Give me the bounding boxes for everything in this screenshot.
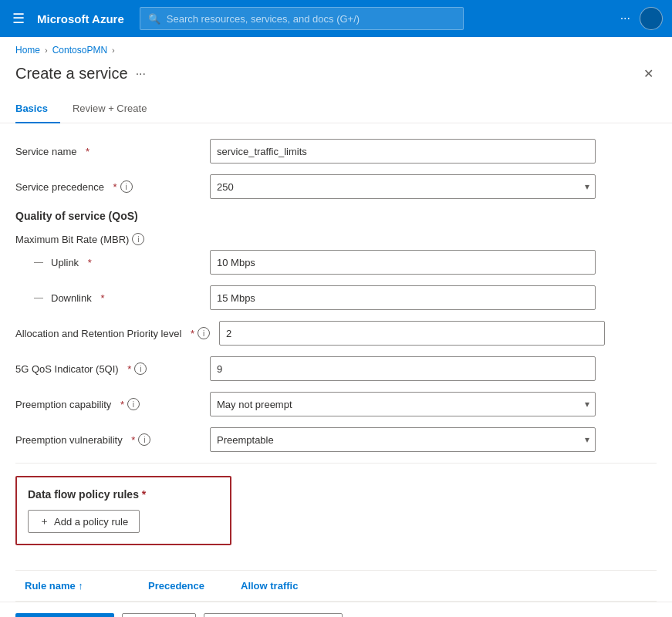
preemption-vuln-select-wrapper: Preemptable ▾ <box>210 427 596 452</box>
service-precedence-select[interactable]: 250 <box>210 174 596 199</box>
review-create-button[interactable]: Review + Create <box>15 613 114 617</box>
downlink-label: Downlink * <box>15 292 201 304</box>
table-header-rule-name[interactable]: Rule name ↑ <box>15 577 139 595</box>
panel-title-row: Create a service ··· <box>15 65 146 83</box>
search-icon: 🔍 <box>148 13 160 25</box>
preemption-cap-row: Preemption capability * i May not preemp… <box>15 392 657 416</box>
add-policy-rule-button[interactable]: ＋ Add a policy rule <box>28 510 140 533</box>
preemption-cap-select[interactable]: May not preempt <box>210 392 596 416</box>
tab-review-create[interactable]: Review + Create <box>60 96 159 123</box>
breadcrumb: Home › ContosoPMN › <box>0 37 672 59</box>
search-input[interactable] <box>167 13 455 25</box>
qos5g-row: 5G QoS Indicator (5QI) * i <box>15 356 657 381</box>
service-precedence-row: Service precedence * i 250 ▾ <box>15 174 657 199</box>
preemption-cap-select-wrapper: May not preempt ▾ <box>210 392 596 416</box>
preemption-cap-label: Preemption capability * i <box>15 398 201 410</box>
service-name-label: Service name * <box>15 146 201 157</box>
table-header-row: Rule name ↑ Precedence Allow traffic <box>15 571 657 602</box>
service-precedence-select-wrapper: 250 ▾ <box>210 174 596 199</box>
table-header-allow-traffic[interactable]: Allow traffic <box>231 577 355 595</box>
main-panel: Home › ContosoPMN › Create a service ···… <box>0 37 672 617</box>
service-name-row: Service name * <box>15 139 657 164</box>
preemption-vuln-info-icon[interactable]: i <box>138 433 150 446</box>
search-box[interactable]: 🔍 <box>140 7 464 30</box>
brand-logo: Microsoft Azure <box>37 12 124 25</box>
preemption-vuln-row: Preemption vulnerability * i Preemptable… <box>15 427 657 452</box>
tab-bar: Basics Review + Create <box>0 96 672 123</box>
plus-icon: ＋ <box>39 514 49 528</box>
uplink-row: Uplink * <box>15 250 657 275</box>
panel-ellipsis-icon[interactable]: ··· <box>136 67 146 81</box>
breadcrumb-sep-2: › <box>112 46 115 55</box>
mbr-label: Maximum Bit Rate (MBR) i <box>15 233 201 245</box>
bottom-bar: Review + Create < Previous Next : Review… <box>0 602 672 617</box>
preemption-vuln-select[interactable]: Preemptable <box>210 427 596 452</box>
arp-info-icon[interactable]: i <box>198 327 210 339</box>
mbr-row: Maximum Bit Rate (MBR) i <box>15 233 657 245</box>
uplink-label: Uplink * <box>15 257 201 268</box>
ellipsis-icon[interactable]: ··· <box>620 12 630 25</box>
service-precedence-label: Service precedence * i <box>15 180 201 193</box>
service-precedence-info-icon[interactable]: i <box>120 180 133 193</box>
arp-row: Allocation and Retention Priority level … <box>15 321 657 346</box>
downlink-input[interactable] <box>210 285 596 310</box>
form-area: Service name * Service precedence * i 25… <box>0 123 672 602</box>
policy-rules-table: Rule name ↑ Precedence Allow traffic <box>15 570 657 602</box>
qos5g-label: 5G QoS Indicator (5QI) * i <box>15 362 201 375</box>
qos-section-heading: Quality of service (QoS) <box>15 210 657 222</box>
tab-basics[interactable]: Basics <box>15 96 60 123</box>
arp-label: Allocation and Retention Priority level … <box>15 327 210 339</box>
next-button[interactable]: Next : Review + Create > <box>204 613 342 617</box>
add-policy-btn-label: Add a policy rule <box>54 516 128 528</box>
close-button[interactable]: ✕ <box>640 63 657 84</box>
policy-rules-section: Data flow policy rules * ＋ Add a policy … <box>15 476 231 545</box>
preemption-vuln-label: Preemption vulnerability * i <box>15 433 201 446</box>
panel-title: Create a service <box>15 65 128 83</box>
qos5g-input[interactable] <box>210 356 596 381</box>
policy-rules-title: Data flow policy rules * <box>28 488 219 501</box>
panel-header: Create a service ··· ✕ <box>0 59 672 96</box>
required-star: * <box>86 146 89 157</box>
avatar[interactable] <box>640 7 663 30</box>
mbr-info-icon[interactable]: i <box>132 233 144 245</box>
service-name-input[interactable] <box>210 139 596 164</box>
breadcrumb-home[interactable]: Home <box>15 45 40 56</box>
divider <box>15 463 657 464</box>
table-header-precedence[interactable]: Precedence <box>139 577 231 595</box>
qos5g-info-icon[interactable]: i <box>134 362 147 375</box>
preemption-cap-info-icon[interactable]: i <box>127 398 140 410</box>
top-navigation: ☰ Microsoft Azure 🔍 ··· <box>0 0 672 37</box>
downlink-row: Downlink * <box>15 285 657 310</box>
hamburger-icon[interactable]: ☰ <box>9 7 28 30</box>
breadcrumb-sep-1: › <box>45 46 48 55</box>
arp-input[interactable] <box>219 321 605 346</box>
uplink-input[interactable] <box>210 250 596 275</box>
nav-right: ··· <box>620 7 663 30</box>
previous-button[interactable]: < Previous <box>122 613 196 617</box>
breadcrumb-contoso[interactable]: ContosoPMN <box>52 45 107 56</box>
